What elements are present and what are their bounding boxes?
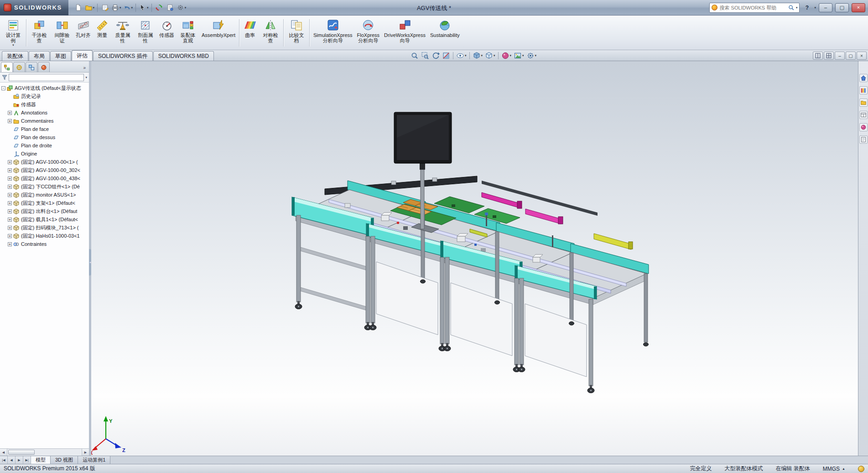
fixture-block[interactable]: [457, 236, 465, 242]
tree-item[interactable]: +(固定) 支架<1> (Défaut<: [0, 199, 89, 207]
table-leg[interactable]: [440, 257, 444, 344]
side-panel[interactable]: [451, 283, 512, 356]
feature-manager-tab[interactable]: [1, 62, 13, 72]
clearance-verify-button[interactable]: 间隙验证: [51, 17, 73, 49]
tab-model[interactable]: 模型: [31, 456, 51, 464]
floxpress-button[interactable]: FloXpress 分析向导: [355, 17, 382, 49]
symmetry-check-button[interactable]: 对称检查: [259, 17, 282, 49]
magenta-fixture-bar[interactable]: [482, 192, 520, 208]
interference-check-button[interactable]: 干涉检查: [28, 17, 51, 49]
hide-show-items-button[interactable]: ▾: [455, 51, 468, 60]
expand-toggle[interactable]: +: [8, 111, 12, 115]
table-leg[interactable]: [495, 232, 499, 300]
expand-toggle[interactable]: +: [8, 234, 12, 238]
rebuild-button[interactable]: [154, 2, 165, 13]
yellow-fixture-end[interactable]: [629, 242, 633, 249]
section-view-button[interactable]: [441, 51, 451, 60]
driveworksxpress-button[interactable]: DriveWorksXpress 向导: [382, 17, 428, 49]
table-leg[interactable]: [570, 253, 573, 321]
new-document-button[interactable]: [73, 2, 84, 13]
zoom-fit-button[interactable]: [410, 51, 420, 60]
tab-assembly[interactable]: 装配体: [2, 51, 28, 61]
tab-sketch[interactable]: 草图: [50, 51, 71, 61]
filter-caret-icon[interactable]: ▾: [85, 76, 87, 79]
panel-splitter-handle[interactable]: ◄: [89, 249, 91, 275]
expand-toggle[interactable]: +: [8, 119, 12, 123]
display-manager-tab[interactable]: [38, 62, 50, 72]
scroll-right-button[interactable]: ▶: [82, 449, 89, 456]
help-caret-icon[interactable]: ▾: [814, 6, 816, 10]
sensor-head[interactable]: [485, 213, 488, 215]
mass-properties-button[interactable]: 质量属性: [111, 17, 134, 49]
table-leg[interactable]: [644, 274, 648, 342]
tree-item[interactable]: +(固定) AGV-1000-00_302<: [0, 166, 89, 174]
options-button[interactable]: ▾: [176, 2, 187, 13]
expand-toggle[interactable]: +: [8, 226, 12, 230]
tab-motion-study[interactable]: 运动算例1: [78, 456, 110, 464]
tab-scroll-last-button[interactable]: ▶|: [23, 456, 31, 464]
expand-toggle[interactable]: +: [8, 160, 12, 164]
curvature-button[interactable]: 曲率: [241, 17, 259, 49]
yellow-fixture-bar[interactable]: [594, 234, 631, 249]
cross-rail[interactable]: [297, 286, 369, 311]
expand-toggle[interactable]: +: [8, 242, 12, 246]
make-drawing-button[interactable]: [99, 2, 110, 13]
tree-item[interactable]: 传感器: [0, 100, 89, 109]
fixture-block[interactable]: [403, 226, 408, 230]
expand-toggle[interactable]: +: [8, 168, 12, 172]
section-properties-button[interactable]: 剖面属性: [134, 17, 157, 49]
tree-item[interactable]: +(固定) monitor ASUS<1>: [0, 191, 89, 199]
assemblyxpert-button[interactable]: AssemblyXpert: [199, 17, 238, 49]
appearances-tab[interactable]: [859, 123, 868, 131]
tree-item[interactable]: +(固定) HaHs01-1000-03<1: [0, 232, 89, 240]
expand-toggle[interactable]: +: [8, 201, 12, 205]
viewport-split-button[interactable]: [813, 52, 823, 60]
table-leg[interactable]: [366, 236, 370, 323]
rail-block[interactable]: [432, 178, 437, 182]
panel-tab-overflow-button[interactable]: »: [81, 65, 88, 72]
file-explorer-tab[interactable]: [859, 99, 868, 107]
doc-minimize-button[interactable]: –: [835, 52, 845, 60]
tree-item[interactable]: +(固定) AGV-1000-00_438<: [0, 174, 89, 182]
side-panel[interactable]: [525, 304, 587, 377]
tree-item[interactable]: +(固定) 载具1<1> (Défaut<: [0, 215, 89, 224]
compare-documents-button[interactable]: 比较文档: [285, 17, 308, 49]
view-settings-button[interactable]: ▾: [525, 51, 538, 60]
design-study-button[interactable]: 设计算例 ▾: [2, 17, 25, 49]
measure-button[interactable]: 测量: [93, 17, 111, 49]
tree-item[interactable]: +Annotations: [0, 109, 89, 117]
sensor-post[interactable]: [486, 214, 487, 226]
units-selector[interactable]: MMGS ▲: [823, 466, 845, 472]
tab-scroll-prev-button[interactable]: ◀: [8, 456, 16, 464]
tree-item[interactable]: Plan de droite: [0, 141, 89, 150]
rail-block[interactable]: [391, 181, 396, 185]
tree-horizontal-scrollbar[interactable]: ◀ ▶: [0, 448, 89, 456]
tab-3d-views[interactable]: 3D 视图: [51, 456, 78, 464]
tab-scroll-next-button[interactable]: ▶: [16, 456, 23, 464]
edit-appearance-button[interactable]: ▾: [500, 51, 513, 60]
help-button[interactable]: ?: [802, 3, 811, 12]
display-style-button[interactable]: ▾: [472, 51, 484, 60]
design-library-tab[interactable]: [859, 86, 868, 94]
sensor-post[interactable]: [552, 235, 553, 247]
maximize-button[interactable]: ▢: [835, 3, 849, 12]
doc-close-button[interactable]: ×: [857, 52, 867, 60]
tab-layout[interactable]: 布局: [29, 51, 50, 61]
tree-item[interactable]: +(固定) AGV-1000-00<1> (: [0, 158, 89, 166]
sustainability-button[interactable]: Sustainability: [428, 17, 462, 49]
search-input[interactable]: [719, 5, 786, 10]
magenta-fixture-bar[interactable]: [525, 209, 561, 224]
table-leg[interactable]: [296, 215, 301, 302]
table-leg[interactable]: [520, 278, 524, 365]
expand-toggle[interactable]: +: [8, 193, 12, 197]
tree-item[interactable]: Plan de face: [0, 125, 89, 133]
tab-evaluate[interactable]: 评估: [72, 50, 93, 61]
undo-button[interactable]: ▾: [122, 2, 134, 13]
table-leg[interactable]: [589, 299, 593, 386]
table-leg[interactable]: [445, 257, 449, 344]
file-properties-button[interactable]: [165, 2, 176, 13]
minimize-button[interactable]: –: [819, 3, 832, 12]
select-button[interactable]: ▾: [138, 2, 150, 13]
fixture-block[interactable]: [345, 203, 350, 208]
custom-properties-tab[interactable]: [859, 135, 868, 144]
